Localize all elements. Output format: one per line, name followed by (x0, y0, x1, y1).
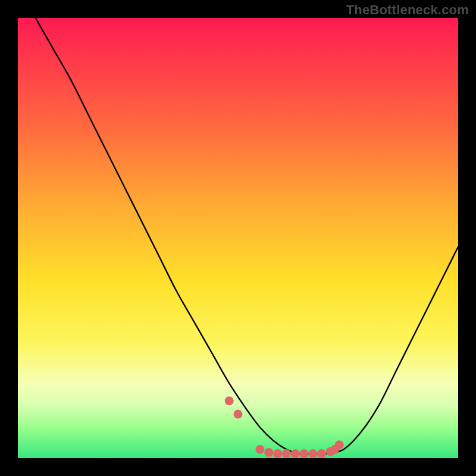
highlight-marker (264, 448, 273, 457)
highlight-marker (234, 410, 243, 419)
highlight-marker (308, 449, 317, 458)
highlight-marker (273, 449, 282, 458)
curve-layer (18, 18, 458, 458)
highlight-marker (317, 449, 326, 458)
watermark-text: TheBottleneck.com (346, 2, 469, 18)
highlight-marker (291, 449, 300, 458)
highlight-marker (256, 445, 265, 454)
highlight-marker (300, 449, 309, 458)
bottleneck-curve (36, 18, 458, 454)
highlight-marker (225, 396, 234, 405)
highlight-marker (282, 449, 291, 458)
chart-frame: TheBottleneck.com (0, 0, 476, 476)
highlight-marker (335, 440, 344, 449)
